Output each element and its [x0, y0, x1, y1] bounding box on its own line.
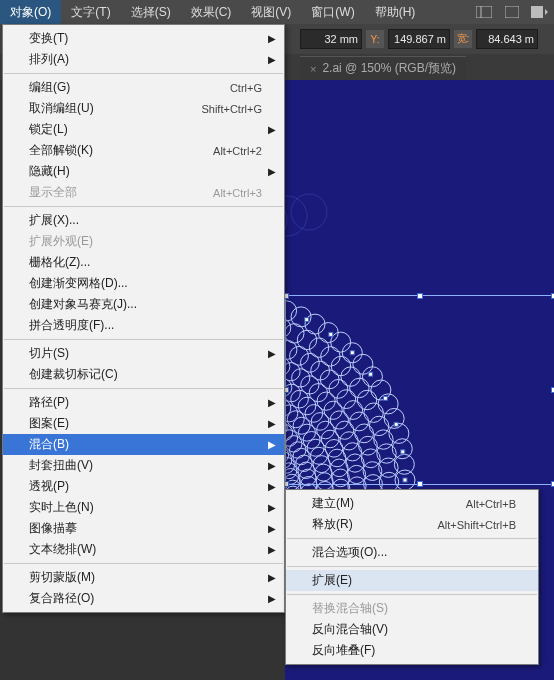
field-x[interactable]: 32 mm: [300, 29, 362, 49]
blend-menu-item-5[interactable]: 扩展(E): [286, 570, 538, 591]
menu-item-label: 全部解锁(K): [29, 142, 93, 159]
close-icon[interactable]: ×: [310, 63, 316, 75]
svg-point-4: [285, 198, 287, 242]
menu-item-label: 图像描摹: [29, 520, 77, 537]
object-menu-item-10[interactable]: 扩展(X)...: [3, 210, 284, 231]
doc-icon[interactable]: [498, 6, 526, 18]
object-menu-item-21[interactable]: 图案(E)▶: [3, 413, 284, 434]
object-menu-item-29[interactable]: 剪切蒙版(M)▶: [3, 567, 284, 588]
object-menu-item-13[interactable]: 创建渐变网格(D)...: [3, 273, 284, 294]
menu-item-label: 栅格化(Z)...: [29, 254, 90, 271]
menu-item-label: 建立(M): [312, 495, 354, 512]
field-w[interactable]: 84.643 m: [476, 29, 538, 49]
menu-item-label: 变换(T): [29, 30, 68, 47]
object-menu-item-26[interactable]: 图像描摹▶: [3, 518, 284, 539]
submenu-arrow-icon: ▶: [268, 523, 276, 534]
object-menu-item-12[interactable]: 栅格化(Z)...: [3, 252, 284, 273]
menu-item-label: 反向混合轴(V): [312, 621, 388, 638]
blend-menu-item-9[interactable]: 反向堆叠(F): [286, 640, 538, 661]
svg-rect-0: [476, 6, 492, 18]
submenu-arrow-icon: ▶: [268, 166, 276, 177]
shortcut-label: Alt+Ctrl+3: [213, 187, 262, 199]
blend-menu-item-3[interactable]: 混合选项(O)...: [286, 542, 538, 563]
menu-select[interactable]: 选择(S): [121, 0, 181, 24]
menu-item-label: 实时上色(N): [29, 499, 94, 516]
shortcut-label: Alt+Ctrl+B: [466, 498, 516, 510]
menu-effect[interactable]: 效果(C): [181, 0, 242, 24]
shortcut-label: Shift+Ctrl+G: [201, 103, 262, 115]
handle-bot-mid[interactable]: [417, 481, 423, 487]
submenu-arrow-icon: ▶: [268, 33, 276, 44]
menu-item-label: 锁定(L): [29, 121, 68, 138]
menu-type[interactable]: 文字(T): [61, 0, 120, 24]
object-menu-item-4[interactable]: 取消编组(U)Shift+Ctrl+G: [3, 98, 284, 119]
menu-item-label: 复合路径(O): [29, 590, 94, 607]
object-menu-item-23[interactable]: 封套扭曲(V)▶: [3, 455, 284, 476]
submenu-arrow-icon: ▶: [268, 502, 276, 513]
blend-submenu[interactable]: 建立(M)Alt+Ctrl+B释放(R)Alt+Shift+Ctrl+B混合选项…: [285, 489, 539, 665]
object-menu-item-0[interactable]: 变换(T)▶: [3, 28, 284, 49]
object-menu-item-20[interactable]: 路径(P)▶: [3, 392, 284, 413]
menu-item-label: 释放(R): [312, 516, 353, 533]
menu-item-label: 图案(E): [29, 415, 69, 432]
object-menu-item-5[interactable]: 锁定(L)▶: [3, 119, 284, 140]
menu-view[interactable]: 视图(V): [241, 0, 301, 24]
object-menu-item-22[interactable]: 混合(B)▶: [3, 434, 284, 455]
menu-window[interactable]: 窗口(W): [301, 0, 364, 24]
menu-item-label: 替换混合轴(S): [312, 600, 388, 617]
object-menu-item-30[interactable]: 复合路径(O)▶: [3, 588, 284, 609]
object-menu[interactable]: 变换(T)▶排列(A)▶编组(G)Ctrl+G取消编组(U)Shift+Ctrl…: [2, 24, 285, 613]
svg-point-5: [285, 196, 307, 236]
menu-item-label: 创建对象马赛克(J)...: [29, 296, 137, 313]
doc-tab[interactable]: × 2.ai @ 150% (RGB/预览): [300, 56, 466, 80]
menu-object[interactable]: 对象(O): [0, 0, 61, 24]
menu-item-label: 隐藏(H): [29, 163, 70, 180]
submenu-arrow-icon: ▶: [268, 124, 276, 135]
tab-title: 2.ai @ 150% (RGB/预览): [322, 60, 456, 77]
menu-item-label: 反向堆叠(F): [312, 642, 375, 659]
blend-menu-item-1[interactable]: 释放(R)Alt+Shift+Ctrl+B: [286, 514, 538, 535]
submenu-arrow-icon: ▶: [268, 397, 276, 408]
shortcut-label: Ctrl+G: [230, 82, 262, 94]
svg-rect-2: [505, 6, 519, 18]
submenu-arrow-icon: ▶: [268, 54, 276, 65]
menu-item-label: 创建渐变网格(D)...: [29, 275, 128, 292]
menu-item-label: 透视(P): [29, 478, 69, 495]
submenu-arrow-icon: ▶: [268, 418, 276, 429]
menu-help[interactable]: 帮助(H): [365, 0, 426, 24]
submenu-arrow-icon: ▶: [268, 572, 276, 583]
menu-item-label: 排列(A): [29, 51, 69, 68]
object-menu-item-15[interactable]: 拼合透明度(F)...: [3, 315, 284, 336]
blend-menu-item-0[interactable]: 建立(M)Alt+Ctrl+B: [286, 493, 538, 514]
menu-item-label: 封套扭曲(V): [29, 457, 93, 474]
menu-item-label: 显示全部: [29, 184, 77, 201]
label-y: Y:: [366, 30, 384, 48]
submenu-arrow-icon: ▶: [268, 460, 276, 471]
menubar: 对象(O) 文字(T) 选择(S) 效果(C) 视图(V) 窗口(W) 帮助(H…: [0, 0, 554, 24]
submenu-arrow-icon: ▶: [268, 593, 276, 604]
selection-bounding-box[interactable]: [285, 295, 554, 485]
object-menu-item-18[interactable]: 创建裁切标记(C): [3, 364, 284, 385]
menu-item-label: 混合选项(O)...: [312, 544, 387, 561]
object-menu-item-7[interactable]: 隐藏(H)▶: [3, 161, 284, 182]
handle-top-mid[interactable]: [417, 293, 423, 299]
field-y[interactable]: 149.867 m: [388, 29, 450, 49]
object-menu-item-6[interactable]: 全部解锁(K)Alt+Ctrl+2: [3, 140, 284, 161]
object-menu-item-3[interactable]: 编组(G)Ctrl+G: [3, 77, 284, 98]
shortcut-label: Alt+Shift+Ctrl+B: [437, 519, 516, 531]
object-menu-item-17[interactable]: 切片(S)▶: [3, 343, 284, 364]
workspace-icon[interactable]: [526, 6, 554, 18]
object-menu-item-27[interactable]: 文本绕排(W)▶: [3, 539, 284, 560]
object-menu-item-24[interactable]: 透视(P)▶: [3, 476, 284, 497]
object-menu-item-14[interactable]: 创建对象马赛克(J)...: [3, 294, 284, 315]
object-menu-item-25[interactable]: 实时上色(N)▶: [3, 497, 284, 518]
object-menu-item-1[interactable]: 排列(A)▶: [3, 49, 284, 70]
blend-menu-item-8[interactable]: 反向混合轴(V): [286, 619, 538, 640]
menu-item-label: 取消编组(U): [29, 100, 94, 117]
menu-item-label: 文本绕排(W): [29, 541, 96, 558]
svg-point-6: [291, 194, 327, 230]
menu-item-label: 路径(P): [29, 394, 69, 411]
menu-item-label: 切片(S): [29, 345, 69, 362]
layout-icon[interactable]: [470, 6, 498, 18]
menu-item-label: 剪切蒙版(M): [29, 569, 95, 586]
